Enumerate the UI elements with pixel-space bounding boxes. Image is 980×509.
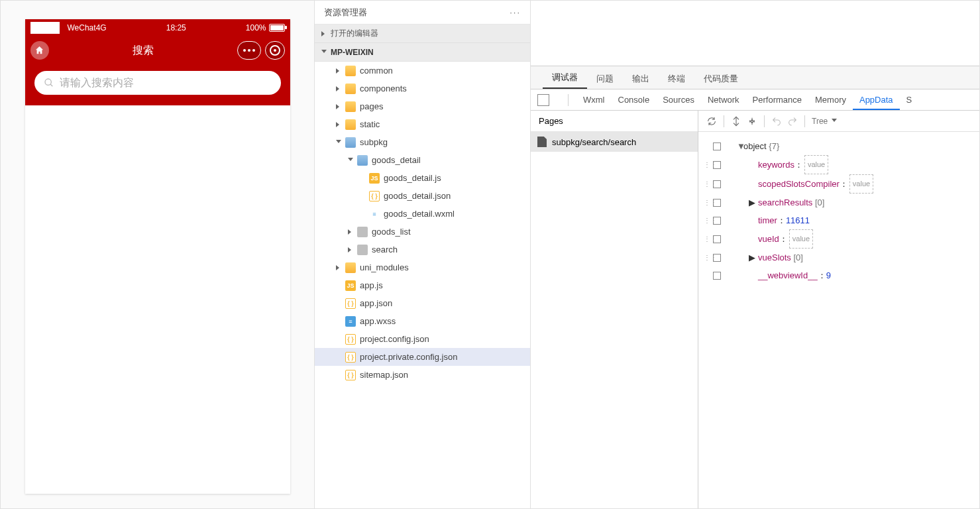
box-icon [713, 180, 721, 188]
home-button[interactable] [30, 41, 49, 60]
item-label: uni_modules [360, 262, 409, 272]
undo-button[interactable] [769, 113, 785, 129]
capsule-close-button[interactable] [265, 41, 285, 60]
box-icon [713, 199, 721, 207]
chevron-down-icon [321, 50, 327, 55]
nav-bar: 搜索 [25, 36, 290, 64]
fold-icon [345, 101, 356, 112]
file-item[interactable]: { }project.private.config.json [315, 348, 530, 366]
folder-item[interactable]: uni_modules [315, 258, 530, 276]
file-item[interactable]: ≡goods_detail.wxml [315, 205, 530, 223]
debugger-tab[interactable]: 问题 [587, 73, 623, 89]
debugger-tab[interactable]: 输出 [623, 73, 659, 89]
debugger-tab[interactable]: 代码质量 [694, 73, 747, 89]
search-input[interactable]: 请输入搜索内容 [34, 71, 281, 95]
file-item[interactable]: { }app.json [315, 294, 530, 312]
file-tree: commoncomponentspagesstaticsubpkggoods_d… [315, 62, 530, 508]
tree-prop[interactable]: ⋮⋮vueId：value [704, 229, 979, 249]
file-item[interactable]: { }goods_detail.json [315, 187, 530, 205]
open-editors-section[interactable]: 打开的编辑器 [315, 25, 530, 43]
tree-prop[interactable]: ⋮⋮keywords：value [704, 155, 979, 174]
chevron-icon [336, 122, 341, 127]
fold-icon [345, 262, 356, 273]
file-item[interactable]: JSgoods_detail.js [315, 169, 530, 187]
status-bar: WeChat4G 18:25 100% [25, 19, 290, 36]
folder-item[interactable]: goods_list [315, 223, 530, 241]
capsule-menu-button[interactable] [237, 41, 261, 60]
chevron-icon [348, 247, 353, 253]
item-label: project.private.config.json [360, 352, 457, 362]
devtools-tab[interactable]: Network [701, 95, 746, 105]
file-item[interactable]: JSapp.js [315, 276, 530, 294]
fold-open-icon [345, 137, 356, 148]
fold-g-icon [357, 245, 368, 255]
file-item[interactable]: { }project.config.json [315, 330, 530, 348]
folder-item[interactable]: subpkg [315, 133, 530, 151]
devtools-tab[interactable]: Wxml [576, 95, 612, 105]
view-mode-select[interactable]: Tree [812, 117, 841, 126]
item-label: goods_list [372, 227, 411, 237]
devtools-tab[interactable]: Memory [808, 95, 853, 105]
chevron-icon [336, 104, 341, 109]
collapse-button[interactable] [744, 113, 760, 129]
tree-root[interactable]: ▼ object {7} [704, 137, 979, 155]
search-icon [44, 78, 54, 88]
inspect-icon[interactable] [537, 94, 549, 106]
simulator-body[interactable] [25, 105, 290, 494]
file-item[interactable]: { }sitemap.json [315, 366, 530, 384]
item-label: pages [360, 101, 383, 111]
folder-item[interactable]: goods_detail [315, 151, 530, 169]
signal-icon [30, 22, 60, 34]
phone-frame: WeChat4G 18:25 100% 搜索 请输入搜索内容 [25, 19, 290, 494]
tree-prop[interactable]: ⋮⋮▶vueSlots [0] [704, 249, 979, 266]
time-label: 18:25 [166, 23, 186, 32]
search-bar: 请输入搜索内容 [25, 64, 290, 105]
json-icon: { } [345, 352, 356, 363]
folder-item[interactable]: static [315, 115, 530, 133]
tree-prop[interactable]: ⋮⋮scopedSlotsCompiler：value [704, 174, 979, 194]
chevron-icon [336, 265, 341, 270]
explorer-more-button[interactable]: ··· [510, 7, 521, 17]
battery-label: 100% [246, 23, 266, 32]
item-label: app.wxss [360, 316, 396, 326]
debugger-tab[interactable]: 调试器 [543, 72, 587, 89]
pages-panel: Pages subpkg/search/search [531, 111, 698, 508]
devtools-tab[interactable]: S [900, 95, 919, 105]
folder-item[interactable]: common [315, 62, 530, 80]
project-section[interactable]: MP-WEIXIN [315, 43, 530, 62]
item-label: project.config.json [360, 334, 429, 344]
tree-prop[interactable]: ⋮⋮▶searchResults [0] [704, 194, 979, 211]
box-icon [713, 142, 721, 150]
devtools-tab[interactable]: Sources [656, 95, 701, 105]
debugger-tab[interactable]: 终端 [659, 73, 694, 89]
json-icon: { } [369, 191, 380, 201]
item-label: common [360, 66, 393, 76]
page-list-item[interactable]: subpkg/search/search [531, 132, 698, 152]
explorer-header: 资源管理器 ··· [315, 1, 530, 25]
js-icon: JS [369, 173, 380, 184]
item-label: goods_detail [372, 155, 421, 165]
expand-button[interactable] [728, 113, 744, 129]
item-label: app.js [360, 280, 383, 290]
devtools-tab[interactable]: Console [612, 95, 657, 105]
item-label: goods_detail.js [384, 173, 441, 183]
item-label: goods_detail.wxml [384, 209, 455, 219]
box-icon [713, 272, 721, 280]
devtools-tab[interactable]: Performance [746, 95, 808, 105]
box-icon [713, 161, 721, 169]
folder-item[interactable]: pages [315, 97, 530, 115]
folder-item[interactable]: search [315, 241, 530, 258]
refresh-button[interactable] [704, 113, 720, 129]
tree-prop[interactable]: __webviewId__：9 [704, 266, 979, 284]
redo-button[interactable] [785, 113, 800, 129]
file-item[interactable]: ≡app.wxss [315, 312, 530, 330]
item-label: components [360, 84, 407, 93]
folder-item[interactable]: components [315, 80, 530, 97]
svg-point-0 [45, 79, 51, 85]
chevron-down-icon [832, 119, 837, 124]
tree-prop[interactable]: ⋮⋮timer：11611 [704, 211, 979, 229]
object-tree: ▼ object {7}⋮⋮keywords：value⋮⋮scopedSlot… [698, 132, 979, 284]
appdata-toolbar: Tree [698, 111, 979, 132]
editor-area [531, 1, 979, 66]
devtools-tab[interactable]: AppData [853, 95, 900, 110]
